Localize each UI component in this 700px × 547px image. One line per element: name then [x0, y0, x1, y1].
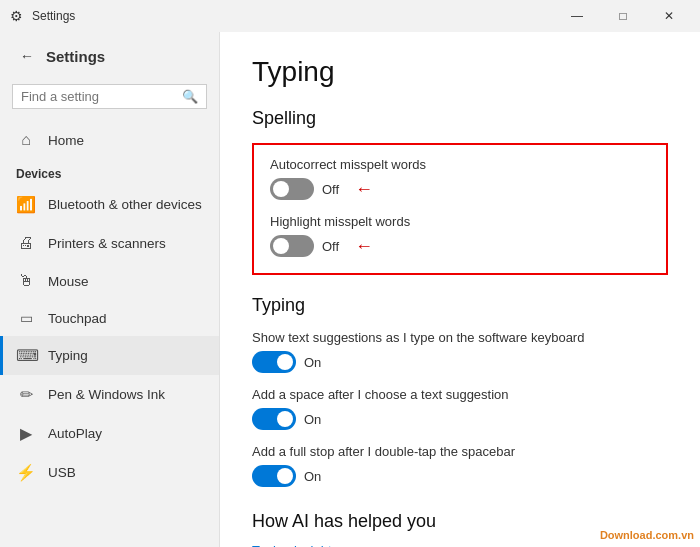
watermark: Download.com.vn — [600, 529, 694, 541]
sidebar-item-typing-label: Typing — [48, 348, 88, 363]
sidebar-item-home[interactable]: ⌂ Home — [0, 121, 219, 159]
main-content: Typing Spelling Autocorrect misspelt wor… — [220, 32, 700, 547]
back-icon: ← — [20, 48, 34, 64]
autocorrect-state: Off — [322, 182, 339, 197]
typing-insights-link[interactable]: Typing insights — [252, 543, 338, 547]
sidebar-item-mouse[interactable]: 🖱 Mouse — [0, 262, 219, 300]
typing-state-1: On — [304, 412, 321, 427]
typing-label-1: Add a space after I choose a text sugges… — [252, 387, 668, 402]
autocorrect-setting: Autocorrect misspelt words Off ← — [270, 157, 650, 200]
typing-toggle-thumb-0 — [277, 354, 293, 370]
sidebar-item-mouse-label: Mouse — [48, 274, 89, 289]
sidebar-item-usb-label: USB — [48, 465, 76, 480]
title-bar: ⚙ Settings — □ ✕ — [0, 0, 700, 32]
usb-icon: ⚡ — [16, 463, 36, 482]
pen-icon: ✏ — [16, 385, 36, 404]
back-button[interactable]: ← — [16, 44, 38, 68]
typing-section-title: Typing — [252, 295, 668, 316]
close-button[interactable]: ✕ — [646, 0, 692, 32]
sidebar-item-printers-label: Printers & scanners — [48, 236, 166, 251]
sidebar-item-autoplay[interactable]: ▶ AutoPlay — [0, 414, 219, 453]
touchpad-icon: ▭ — [16, 310, 36, 326]
highlight-state: Off — [322, 239, 339, 254]
typing-label-2: Add a full stop after I double-tap the s… — [252, 444, 668, 459]
typing-state-2: On — [304, 469, 321, 484]
search-icon: 🔍 — [182, 89, 198, 104]
spelling-box: Autocorrect misspelt words Off ← Highlig… — [252, 143, 668, 275]
typing-toggle-thumb-2 — [277, 468, 293, 484]
typing-toggle-row-2: On — [252, 465, 668, 487]
typing-setting-1: Add a space after I choose a text sugges… — [252, 387, 668, 430]
typing-setting-2: Add a full stop after I double-tap the s… — [252, 444, 668, 487]
sidebar-item-usb[interactable]: ⚡ USB — [0, 453, 219, 492]
sidebar: ← Settings 🔍 ⌂ Home Devices 📶 Bluetooth … — [0, 32, 220, 547]
highlight-toggle[interactable] — [270, 235, 314, 257]
search-box[interactable]: 🔍 — [12, 84, 207, 109]
sidebar-item-printers[interactable]: 🖨 Printers & scanners — [0, 224, 219, 262]
sidebar-title: Settings — [46, 48, 105, 65]
highlight-toggle-row: Off ← — [270, 235, 650, 257]
autocorrect-label: Autocorrect misspelt words — [270, 157, 650, 172]
typing-toggle-thumb-1 — [277, 411, 293, 427]
highlight-toggle-thumb — [273, 238, 289, 254]
sidebar-item-pen-label: Pen & Windows Ink — [48, 387, 165, 402]
mouse-icon: 🖱 — [16, 272, 36, 290]
typing-toggle-2[interactable] — [252, 465, 296, 487]
autocorrect-toggle[interactable] — [270, 178, 314, 200]
sidebar-item-pen[interactable]: ✏ Pen & Windows Ink — [0, 375, 219, 414]
sidebar-section-label: Devices — [0, 159, 219, 185]
sidebar-item-typing[interactable]: ⌨ Typing — [0, 336, 219, 375]
search-input[interactable] — [21, 89, 176, 104]
home-icon: ⌂ — [16, 131, 36, 149]
typing-toggle-row-1: On — [252, 408, 668, 430]
printers-icon: 🖨 — [16, 234, 36, 252]
app-body: ← Settings 🔍 ⌂ Home Devices 📶 Bluetooth … — [0, 32, 700, 547]
typing-icon: ⌨ — [16, 346, 36, 365]
settings-icon: ⚙ — [8, 8, 28, 24]
autocorrect-toggle-row: Off ← — [270, 178, 650, 200]
typing-setting-0: Show text suggestions as I type on the s… — [252, 330, 668, 373]
sidebar-item-autoplay-label: AutoPlay — [48, 426, 102, 441]
highlight-setting: Highlight misspelt words Off ← — [270, 214, 650, 257]
minimize-button[interactable]: — — [554, 0, 600, 32]
autocorrect-arrow: ← — [355, 179, 373, 200]
sidebar-item-home-label: Home — [48, 133, 84, 148]
typing-label-0: Show text suggestions as I type on the s… — [252, 330, 668, 345]
bluetooth-icon: 📶 — [16, 195, 36, 214]
highlight-label: Highlight misspelt words — [270, 214, 650, 229]
typing-state-0: On — [304, 355, 321, 370]
sidebar-header: ← Settings — [0, 32, 219, 80]
sidebar-item-touchpad-label: Touchpad — [48, 311, 107, 326]
page-title: Typing — [252, 56, 668, 88]
autocorrect-toggle-thumb — [273, 181, 289, 197]
typing-toggle-1[interactable] — [252, 408, 296, 430]
sidebar-item-bluetooth[interactable]: 📶 Bluetooth & other devices — [0, 185, 219, 224]
title-bar-title: Settings — [28, 9, 554, 23]
typing-toggle-0[interactable] — [252, 351, 296, 373]
sidebar-item-touchpad[interactable]: ▭ Touchpad — [0, 300, 219, 336]
sidebar-item-bluetooth-label: Bluetooth & other devices — [48, 197, 202, 212]
maximize-button[interactable]: □ — [600, 0, 646, 32]
highlight-arrow: ← — [355, 236, 373, 257]
window-controls: — □ ✕ — [554, 0, 692, 32]
spelling-section-title: Spelling — [252, 108, 668, 129]
typing-toggle-row-0: On — [252, 351, 668, 373]
autoplay-icon: ▶ — [16, 424, 36, 443]
